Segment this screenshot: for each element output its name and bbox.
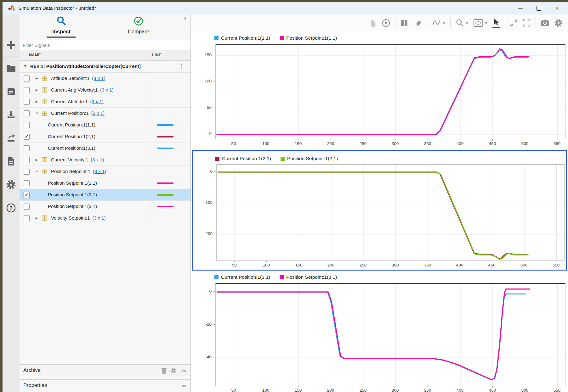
line-style-swatch[interactable] (157, 182, 173, 184)
close-button[interactable]: × (548, 2, 566, 14)
signal-checkbox[interactable] (24, 87, 30, 93)
expand-arrow-icon[interactable]: ▶ (36, 88, 38, 92)
dims-link[interactable]: (3 x 1) (90, 99, 104, 104)
preferences-button[interactable] (3, 173, 20, 196)
dims-link[interactable]: (3 x 1) (92, 76, 105, 81)
expand-arrow-icon[interactable]: ▶ (36, 158, 38, 161)
fit-to-view-button[interactable] (473, 19, 488, 27)
dims-link[interactable]: (3 x 1) (92, 215, 106, 221)
x-tick-label: 500 (516, 263, 532, 267)
run-menu-icon[interactable] (181, 64, 182, 69)
left-toolbar: ? (3, 14, 20, 392)
replay-icon (382, 19, 390, 27)
signal-group-row[interactable]: ▶Current Attitude:1 (3 x 1) (20, 96, 190, 108)
legend-entry: Position Setpoint:1(1,1) (280, 35, 337, 41)
signal-checkbox[interactable] (24, 215, 30, 221)
filter-signals-input[interactable] (20, 40, 190, 50)
expand-arrow-icon[interactable]: ▶ (36, 100, 38, 103)
run-row[interactable]: ▼ Run 1: PositionAttitudeControllerCopte… (20, 61, 190, 73)
line-style-swatch[interactable] (157, 148, 173, 149)
expand-arrow-icon[interactable]: ▶ (36, 77, 38, 80)
signal-group-row[interactable]: ▶Velocity Setpoint:1 (3 x 1) (20, 212, 190, 224)
plot-canvas[interactable] (216, 165, 565, 261)
signal-row[interactable]: Position Setpoint:1(1,1) (20, 177, 190, 189)
signal-checkbox[interactable] (24, 157, 30, 163)
snapshot-button[interactable] (541, 19, 549, 27)
dims-link[interactable]: (3 x 1) (91, 157, 104, 162)
signal-checkbox[interactable] (24, 76, 30, 81)
line-style-swatch[interactable] (157, 136, 173, 137)
signal-row[interactable]: Current Position:1(3,1) (20, 143, 190, 154)
signal-options-button[interactable] (432, 19, 446, 27)
signal-checkbox[interactable] (24, 180, 30, 186)
archive-section-header[interactable]: Archive (20, 364, 190, 376)
pop-out-plot-button[interactable] (510, 19, 518, 27)
select-cursor-button[interactable] (492, 18, 500, 28)
tab-compare[interactable]: Compare (116, 16, 161, 35)
signal-group-row[interactable]: ▶Current Velocity:1 (3 x 1) (20, 154, 190, 166)
plot-settings-button[interactable] (554, 19, 563, 27)
signal-checkbox[interactable]: ✓ (24, 134, 30, 140)
signal-group-row[interactable]: ▶Current Ang Velocity:1 (3 x 1) (20, 84, 190, 96)
replay-button[interactable] (382, 19, 390, 27)
subplot-1[interactable]: Current Position:1(1,1) Position Setpoin… (192, 33, 567, 148)
export-button[interactable] (3, 126, 20, 150)
trash-icon[interactable] (161, 367, 167, 374)
signal-checkbox[interactable] (24, 99, 30, 105)
x-tick-mark (524, 260, 524, 262)
x-tick-label: 500 (517, 141, 533, 146)
dims-link[interactable]: (3 x 1) (93, 169, 106, 174)
line-style-swatch[interactable] (157, 124, 173, 126)
signal-checkbox[interactable] (24, 169, 30, 175)
properties-section-header[interactable]: Properties (20, 379, 190, 392)
maximize-button[interactable] (530, 2, 548, 14)
tab-inspect[interactable]: Inspect (39, 16, 83, 35)
dims-link[interactable]: (3 x 1) (91, 110, 105, 116)
fullscreen-button[interactable] (523, 19, 531, 27)
signal-row[interactable]: Current Position:1(1,1) (20, 119, 190, 131)
camera-icon (541, 19, 549, 27)
import-button[interactable] (3, 103, 20, 126)
signal-checkbox[interactable] (24, 204, 30, 210)
signal-checkbox[interactable]: ✓ (24, 192, 30, 198)
collapse-panel-icon[interactable] (183, 16, 188, 21)
legend-label: Position Setpoint:1(1,1) (286, 35, 337, 41)
x-tick-mark (234, 139, 234, 141)
subplot-3[interactable]: Current Position:1(3,1) Position Setpoin… (192, 272, 567, 392)
add-button[interactable] (3, 33, 20, 57)
plot-canvas[interactable] (215, 44, 565, 139)
collapse-arrow-icon[interactable]: ▼ (36, 170, 38, 173)
collapse-archive-chevron-icon[interactable] (181, 369, 187, 372)
collapse-arrow-icon[interactable]: ▼ (36, 112, 38, 115)
signal-checkbox[interactable] (24, 145, 30, 151)
signal-row[interactable]: ✓Position Setpoint:1(2,1) (20, 189, 190, 201)
pan-hand-button[interactable] (369, 19, 377, 27)
line-style-swatch[interactable] (157, 194, 173, 196)
collapse-arrow-icon[interactable]: ▼ (24, 64, 27, 68)
line-style-swatch[interactable] (157, 206, 173, 207)
collapse-properties-chevron-icon[interactable] (181, 384, 187, 388)
x-tick-label: 450 (485, 141, 500, 146)
help-button[interactable]: ? (3, 196, 20, 219)
signal-row[interactable]: ✓Current Position:1(2,1) (20, 131, 190, 143)
signal-row[interactable]: Position Setpoint:1(3,1) (20, 201, 190, 212)
zoom-button[interactable] (455, 19, 469, 27)
open-button[interactable] (3, 57, 20, 80)
signal-group-row[interactable]: ▶Attitude Setpoint:1 (3 x 1) (20, 73, 190, 84)
signal-checkbox[interactable] (24, 122, 30, 128)
signal-group-row[interactable]: ▼Position Setpoint:1 (3 x 1) (20, 166, 190, 177)
signal-checkbox[interactable] (24, 110, 30, 116)
expand-arrow-icon[interactable]: ▶ (36, 216, 38, 220)
x-tick-mark (299, 260, 299, 262)
y-tick-label: 50 (207, 105, 212, 110)
save-button[interactable] (3, 80, 20, 103)
create-report-button[interactable] (3, 150, 20, 173)
archive-settings-gear-icon[interactable] (170, 367, 177, 374)
signal-group-row[interactable]: ▼Current Position:1 (3 x 1) (20, 108, 190, 119)
dims-link[interactable]: (3 x 1) (100, 87, 114, 92)
plot-canvas[interactable] (215, 283, 565, 386)
layout-grid-button[interactable] (400, 19, 408, 27)
minimize-button[interactable] (511, 2, 530, 14)
clear-plots-button[interactable] (413, 19, 422, 27)
subplot-2[interactable]: Current Position:1(2,1) Position Setpoin… (192, 150, 567, 271)
